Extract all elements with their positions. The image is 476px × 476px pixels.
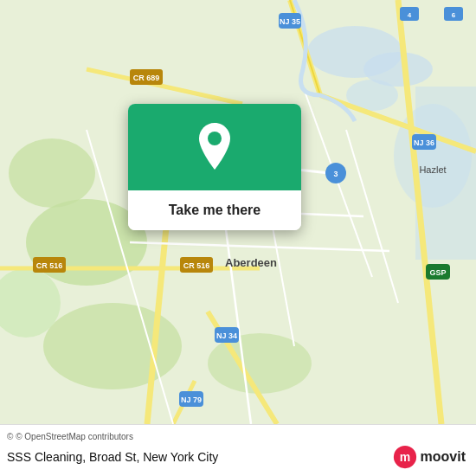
svg-point-7 (9, 138, 95, 208)
svg-text:m: m (399, 450, 409, 464)
svg-text:NJ 35: NJ 35 (280, 17, 300, 26)
take-me-there-button[interactable]: Take me there (128, 190, 301, 230)
svg-text:4: 4 (408, 11, 412, 19)
svg-text:NJ 79: NJ 79 (181, 396, 202, 404)
map-container: NJ 35 4 6 NJ 36 3 CR 689 NJ 34 CR 516 CR… (0, 0, 476, 424)
svg-text:GSP: GSP (429, 268, 446, 277)
copyright-symbol: © (7, 432, 13, 441)
svg-text:Aberdeen: Aberdeen (225, 256, 277, 269)
moovit-logo: m moovit (393, 445, 466, 469)
bottom-bar: © © OpenStreetMap contributors SSS Clean… (0, 424, 476, 476)
svg-text:Hazlet: Hazlet (419, 164, 446, 175)
svg-text:CR 516: CR 516 (36, 261, 63, 270)
attribution: © © OpenStreetMap contributors (7, 432, 466, 441)
svg-point-8 (43, 303, 182, 389)
moovit-brand-icon: m (393, 445, 417, 469)
moovit-text: moovit (421, 449, 466, 465)
svg-text:3: 3 (333, 170, 338, 178)
svg-point-54 (208, 132, 222, 145)
attribution-text: © OpenStreetMap contributors (16, 432, 133, 441)
svg-text:CR 516: CR 516 (183, 261, 210, 270)
svg-text:CR 689: CR 689 (133, 74, 160, 82)
popup-green-area (128, 104, 301, 190)
svg-text:NJ 34: NJ 34 (216, 331, 237, 340)
svg-text:6: 6 (452, 11, 456, 19)
svg-point-5 (394, 104, 472, 208)
location-text: SSS Cleaning, Broad St, New York City (7, 450, 218, 464)
popup-card: Take me there (128, 104, 301, 230)
svg-text:NJ 36: NJ 36 (414, 138, 434, 147)
location-pin-icon (194, 123, 235, 171)
location-label: SSS Cleaning, Broad St, New York City m … (7, 445, 466, 469)
